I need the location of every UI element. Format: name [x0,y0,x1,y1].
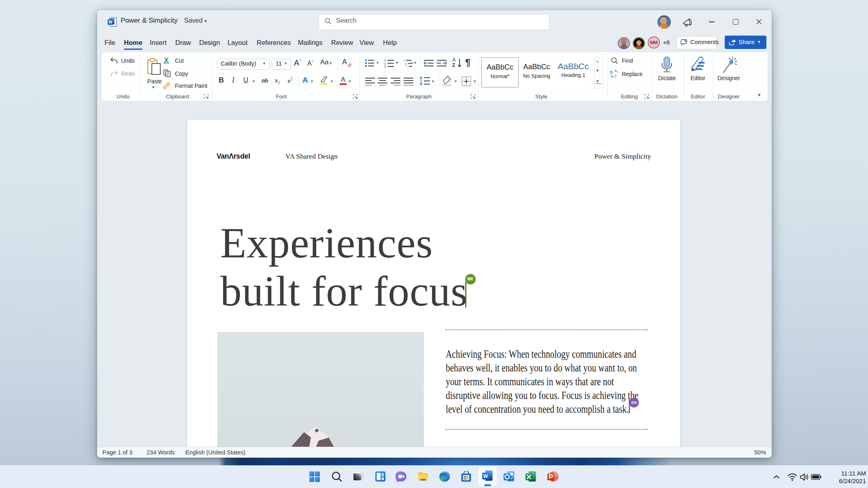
svg-text:W: W [483,473,488,479]
svg-text:c: c [615,74,617,78]
svg-text:W: W [108,20,113,24]
svg-text:b: b [610,70,613,74]
svg-text:i: i [406,65,407,68]
svg-text:3: 3 [384,65,386,68]
